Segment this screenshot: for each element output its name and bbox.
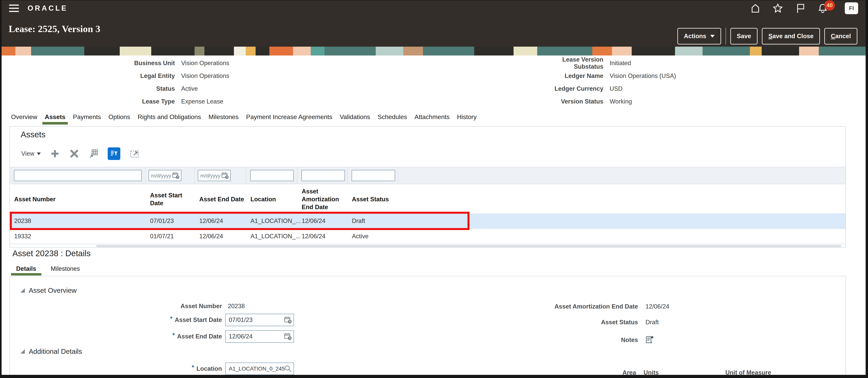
cell-asset-number: 20238 — [10, 217, 146, 225]
column-header[interactable]: Location — [246, 195, 297, 203]
export-to-excel-icon[interactable] — [88, 148, 99, 159]
filter-asset-status-input[interactable] — [351, 170, 395, 181]
tab-rights-and-obligations[interactable]: Rights and Obligations — [135, 112, 204, 122]
collapse-triangle-icon — [20, 349, 25, 354]
tab-attachments[interactable]: Attachments — [412, 112, 452, 122]
field-label: Version Status — [533, 98, 603, 105]
global-header-icons: 40 FI — [750, 2, 858, 14]
date-picker-icon[interactable] — [221, 172, 229, 179]
additional-details-section-header[interactable]: Additional Details — [20, 347, 82, 355]
filter-amortization-end-date-input[interactable] — [301, 170, 345, 181]
field-label: Lease Type — [2, 98, 175, 105]
cell-asset-end-date: 12/06/24 — [195, 217, 246, 225]
subtab-details[interactable]: Details — [11, 265, 41, 273]
asset-overview-section-header[interactable]: Asset Overview — [20, 286, 76, 295]
cell-asset-number: 19332 — [10, 233, 146, 240]
tab-schedules[interactable]: Schedules — [375, 112, 410, 122]
date-picker-icon[interactable] — [172, 172, 180, 179]
collapse-triangle-icon — [20, 288, 25, 293]
field-value: Vision Operations — [181, 60, 229, 67]
field-label: Ledger Currency — [533, 85, 603, 92]
favorites-star-icon[interactable] — [772, 3, 783, 14]
save-and-close-button[interactable]: Save and Close — [762, 28, 820, 44]
field-value: Vision Operations (USA) — [610, 72, 676, 79]
asset-details-heading: Asset 20238 : Details — [12, 249, 91, 258]
subtab-milestones[interactable]: Milestones — [46, 265, 85, 273]
notification-count-badge: 40 — [824, 0, 835, 11]
amortization-end-date-label: Asset Amortization End Date — [404, 303, 638, 310]
field-label: Lease Version Substatus — [533, 56, 603, 70]
column-header[interactable]: Asset Number — [10, 195, 146, 203]
lease-tab-bar: Overview Assets Payments Options Rights … — [2, 108, 866, 126]
cell-asset-status: Draft — [347, 217, 398, 225]
table-row[interactable]: 19332 01/07/21 12/06/24 A1_LOCATION_... … — [10, 229, 845, 244]
tab-validations[interactable]: Validations — [337, 112, 373, 122]
cell-amortization-end-date: 12/06/24 — [297, 217, 347, 225]
required-asterisk: * — [192, 364, 194, 371]
cell-asset-start-date: 07/01/23 — [146, 217, 195, 225]
unit-of-measure-label: Unit of Measure — [725, 369, 771, 376]
tab-overview[interactable]: Overview — [8, 112, 40, 122]
asset-details-panel: Asset Overview Asset Number 20238 *Asset… — [9, 276, 846, 375]
tab-options[interactable]: Options — [106, 112, 133, 122]
assets-toolbar: View — [21, 147, 140, 160]
create-note-icon[interactable] — [645, 335, 654, 345]
asset-status-value: Draft — [646, 319, 659, 326]
delete-row-icon[interactable] — [69, 148, 80, 159]
navigation-menu-icon[interactable] — [9, 4, 19, 12]
actions-menu-button[interactable]: Actions — [677, 28, 721, 44]
save-button[interactable]: Save — [731, 28, 757, 44]
tab-assets[interactable]: Assets — [42, 112, 68, 122]
page-action-buttons: Actions Save Save and Close Cancel — [677, 28, 857, 44]
field-value: USD — [610, 85, 622, 92]
column-header[interactable]: Asset Amortization End Date — [297, 187, 347, 211]
lease-summary: Business UnitVision Operations Legal Ent… — [2, 56, 866, 108]
location-input[interactable] — [226, 363, 293, 374]
column-header[interactable]: Asset End Date — [195, 195, 246, 203]
date-picker-icon[interactable] — [284, 316, 292, 324]
filter-asset-number-input[interactable] — [14, 170, 142, 181]
view-menu-button[interactable]: View — [21, 150, 41, 157]
amortization-end-date-value: 12/06/24 — [646, 303, 669, 310]
home-icon[interactable] — [750, 3, 761, 14]
add-row-icon[interactable] — [50, 148, 60, 159]
tab-history[interactable]: History — [454, 112, 479, 122]
asset-end-date-label: Asset End Date — [177, 333, 222, 340]
qbe-filter-row — [10, 167, 845, 184]
column-header[interactable]: Asset Status — [347, 195, 398, 203]
page-header: Lease: 2525, Version 3 Actions Save Save… — [2, 16, 866, 47]
page-title: Lease: 2525, Version 3 — [9, 23, 100, 34]
field-value: Active — [181, 85, 198, 92]
asset-status-label: Asset Status — [404, 319, 638, 326]
column-header[interactable]: Asset Start Date — [146, 192, 195, 207]
oracle-logo: ORACLE — [28, 4, 68, 12]
field-label: Business Unit — [2, 60, 175, 67]
cancel-button[interactable]: Cancel — [824, 28, 857, 44]
asset-start-date-label: Asset Start Date — [175, 316, 222, 323]
cell-location: A1_LOCATION_... — [246, 233, 297, 240]
asset-number-label: Asset Number — [10, 303, 222, 310]
query-by-example-button[interactable] — [108, 147, 120, 160]
location-label: Location — [196, 365, 222, 372]
assets-heading: Assets — [21, 130, 45, 139]
filter-icon — [110, 149, 118, 158]
tab-payment-increase-agreements[interactable]: Payment Increase Agreements — [243, 112, 335, 122]
asset-number-value: 20238 — [228, 303, 245, 310]
horizontal-scrollbar[interactable] — [96, 245, 841, 247]
tab-milestones[interactable]: Milestones — [206, 112, 241, 122]
date-picker-icon[interactable] — [284, 332, 292, 341]
detach-icon[interactable] — [129, 148, 140, 159]
user-avatar[interactable]: FI — [845, 2, 858, 14]
announcements-flag-icon[interactable] — [795, 3, 806, 14]
summary-left-column: Business UnitVision Operations Legal Ent… — [2, 57, 229, 108]
asset-end-date-input[interactable] — [226, 331, 293, 342]
notifications-bell[interactable]: 40 — [817, 3, 828, 14]
asset-start-date-input[interactable] — [226, 314, 293, 325]
search-icon[interactable] — [284, 365, 292, 373]
required-asterisk: * — [173, 332, 175, 339]
filter-location-input[interactable] — [250, 170, 294, 181]
assets-table-header: Asset Number Asset Start Date Asset End … — [10, 186, 845, 212]
tab-payments[interactable]: Payments — [70, 112, 103, 122]
field-label: Ledger Name — [533, 72, 603, 79]
table-row-selected[interactable]: 20238 07/01/23 12/06/24 A1_LOCATION_... … — [10, 213, 845, 229]
